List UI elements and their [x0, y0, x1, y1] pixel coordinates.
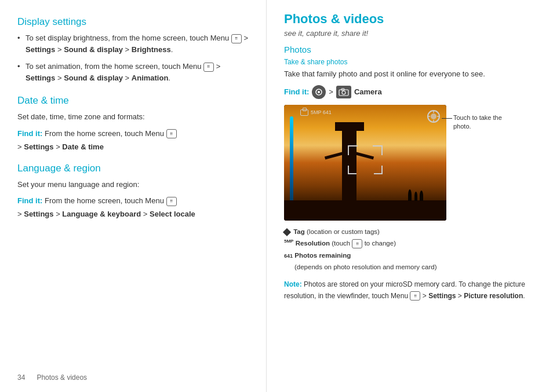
date-time-path: > Settings > Date & time [17, 142, 249, 151]
menu-icon-animation: ⠿ [203, 63, 214, 72]
main-subtitle: see it, capture it, share it! [284, 29, 536, 38]
svg-point-6 [431, 113, 436, 119]
tag-detail: (location or custom tags) [307, 228, 380, 235]
bullet-animation: To set animation, from the home screen, … [17, 61, 249, 83]
menu-icon-note: ⠿ [410, 291, 420, 301]
camera-label: Camera [354, 87, 382, 96]
focus-bracket-br [374, 166, 383, 174]
resolution-superscript: 5MP [284, 239, 293, 244]
page-footer: 34 Photos & videos [17, 373, 87, 382]
language-region-section: Language & region Set your menu language… [17, 163, 249, 219]
menu-icon-datetime: ⠿ [166, 129, 177, 138]
focus-bracket-bl [348, 166, 356, 174]
person-silhouette-1 [408, 189, 412, 201]
photos-remaining-number: 641 [284, 253, 293, 259]
menu-icon-resolution: ⠿ [352, 239, 362, 248]
main-title: Photos & videos [284, 12, 536, 27]
date-time-title: Date & time [17, 95, 249, 107]
camera-small-icon [300, 109, 308, 116]
bullet-brightness-text: To set display brightness, from the home… [26, 34, 248, 54]
language-region-find-it: Find it: From the home screen, touch Men… [17, 195, 249, 207]
camera-body-icon [336, 86, 351, 98]
callout-text: Touch to take the photo. [453, 114, 502, 130]
brightness-slider [290, 116, 293, 209]
camera-lens-icon [312, 85, 326, 99]
resolution-label: Resolution [296, 240, 330, 247]
camera-resolution-label: 5MP 641 [311, 109, 332, 115]
display-settings-section: Display settings To set display brightne… [17, 16, 249, 83]
callout-line [442, 118, 452, 119]
take-share-title: Take & share photos [284, 58, 536, 66]
tower-top [335, 122, 364, 131]
resolution-detail: (touch ⠿ to change) [332, 240, 396, 247]
bullet-animation-text: To set animation, from the home screen, … [26, 62, 220, 82]
photos-remaining-label: Photos remaining [294, 252, 351, 259]
tag-item-tag: Tag (location or custom tags) [284, 226, 536, 237]
language-region-title: Language & region [17, 163, 249, 174]
language-region-find-label: Find it: [17, 196, 42, 205]
tag-section: Tag (location or custom tags) 5MP Resolu… [284, 226, 536, 273]
shutter-icon [427, 109, 441, 123]
date-time-find-label: Find it: [17, 129, 42, 138]
photos-section: Photos Take & share photos Take that fam… [284, 45, 536, 302]
date-time-find-text: From the home screen, touch Menu ⠿ [45, 129, 177, 138]
svg-point-4 [342, 91, 345, 94]
svg-point-1 [318, 91, 320, 93]
camera-viewfinder: 5MP 641 [284, 105, 446, 221]
language-region-find-text: From the home screen, touch Menu ⠿ [45, 196, 177, 205]
note-content: Photos are stored on your microSD memory… [284, 280, 525, 299]
left-column: Display settings To set display brightne… [0, 0, 267, 392]
camera-top-bar: 5MP 641 [300, 109, 332, 116]
page-number: 34 [17, 373, 25, 382]
language-region-description: Set your menu language and region: [17, 179, 249, 191]
right-column: Photos & videos see it, capture it, shar… [267, 0, 553, 392]
photos-title: Photos [284, 45, 536, 54]
find-it-label: Find it: [284, 87, 309, 96]
date-time-description: Set date, time, time zone and formats: [17, 111, 249, 123]
camera-scene: 5MP 641 [284, 105, 446, 221]
date-time-section: Date & time Set date, time, time zone an… [17, 95, 249, 151]
find-it-camera-row: Find it: > Camera [284, 85, 536, 99]
language-region-path: > Settings > Language & keyboard > Selec… [17, 210, 249, 218]
bullet-brightness: To set display brightness, from the home… [17, 32, 249, 55]
camera-image-wrapper: 5MP 641 [284, 105, 527, 221]
menu-icon-brightness: ⠿ [231, 34, 242, 43]
note-label: Note: [284, 280, 302, 288]
focus-bracket [348, 145, 383, 174]
photos-description: Take that family photo and post it onlin… [284, 68, 536, 80]
tag-diamond-icon [283, 228, 291, 236]
callout-annotation: Touch to take the photo. [453, 113, 517, 131]
display-settings-title: Display settings [17, 16, 249, 28]
note-text: Note: Photos are stored on your microSD … [284, 279, 536, 301]
tag-item-photos-remaining: 641 Photos remaining [284, 250, 536, 261]
display-settings-bullets: To set display brightness, from the home… [17, 32, 249, 83]
person-silhouette-3 [420, 190, 423, 201]
footer-section: Photos & videos [37, 373, 87, 382]
find-it-arrow: > [329, 87, 333, 96]
menu-icon-language: ⠿ [166, 197, 177, 206]
date-time-find-it: Find it: From the home screen, touch Men… [17, 128, 249, 140]
person-silhouette-2 [414, 192, 417, 201]
scene-ground [284, 200, 446, 221]
tag-label: Tag [293, 228, 305, 235]
photos-remaining-detail: (depends on photo resolution and memory … [284, 262, 536, 272]
note-section: Note: Photos are stored on your microSD … [284, 279, 536, 301]
tag-item-resolution: 5MP Resolution (touch ⠿ to change) [284, 238, 536, 248]
